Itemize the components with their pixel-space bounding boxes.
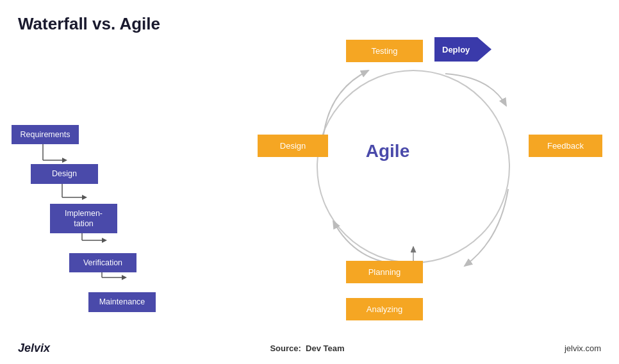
wf-box-maintenance: Maintenance (88, 292, 156, 311)
source-label: Source: (270, 343, 301, 353)
waterfall-section: Requirements Design Implemen-tation Veri… (12, 125, 156, 314)
source-value: Dev Team (306, 343, 344, 353)
agile-box-feedback: Feedback (529, 135, 602, 157)
wf-step-requirements: Requirements (12, 125, 156, 144)
agile-box-deploy: Deploy (434, 37, 491, 62)
svg-point-12 (317, 70, 509, 263)
agile-box-testing: Testing (346, 40, 423, 62)
footer: Jelvix Source: Dev Team jelvix.com (0, 342, 619, 355)
deploy-arrow-icon (477, 37, 491, 62)
agile-box-planning: Planning (346, 261, 423, 283)
agile-section: Agile Testing Deploy Feedback Design Pla… (276, 32, 596, 327)
wf-box-implementation: Implemen-tation (50, 204, 117, 234)
wf-step-verification: Verification (69, 253, 156, 272)
wf-step-maintenance: Maintenance (88, 292, 156, 311)
deploy-label: Deploy (434, 37, 477, 62)
wf-box-verification: Verification (69, 253, 136, 272)
wf-box-design: Design (31, 164, 98, 183)
agile-box-design: Design (258, 135, 328, 157)
agile-box-analyzing: Analyzing (346, 298, 423, 320)
wf-box-requirements: Requirements (12, 125, 79, 144)
agile-center-label: Agile (366, 141, 409, 161)
footer-url: jelvix.com (565, 343, 601, 353)
page-title: Waterfall vs. Agile (18, 14, 160, 34)
wf-step-implementation: Implemen-tation (50, 204, 156, 234)
wf-step-design: Design (31, 164, 156, 183)
footer-brand: Jelvix (18, 342, 50, 355)
footer-source: Source: Dev Team (270, 343, 344, 353)
agile-circle-svg (311, 42, 516, 292)
